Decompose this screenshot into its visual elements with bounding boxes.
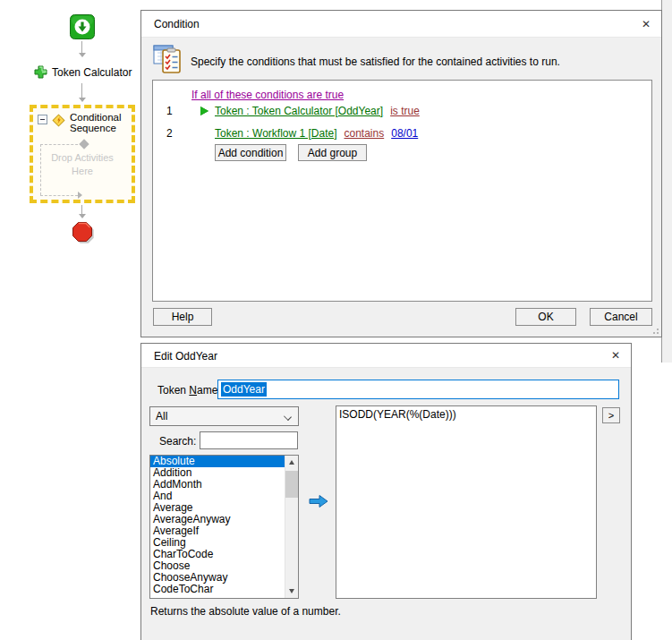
edit-dialog-titlebar[interactable]: Edit OddYear ✕ [141, 344, 631, 368]
sequence-guide [40, 195, 78, 196]
close-icon[interactable]: ✕ [608, 348, 623, 363]
collapse-icon[interactable] [38, 115, 47, 124]
expression-editor[interactable]: ISODD(YEAR(%(Date))) [336, 405, 597, 599]
sequence-guide [40, 144, 82, 145]
condition-operator-link[interactable]: is true [390, 105, 420, 117]
token-name-label: Token Name: [157, 384, 221, 397]
cancel-button[interactable]: Cancel [590, 308, 652, 326]
main-window-edge [661, 0, 672, 363]
expression-text: ISODD(YEAR(%(Date))) [339, 408, 456, 421]
function-description: Returns the absolute value of a number. [150, 605, 341, 618]
scroll-down-icon[interactable] [285, 585, 299, 598]
active-condition-icon [200, 107, 208, 115]
connector-line [81, 205, 82, 214]
conditional-sequence-icon [51, 113, 66, 128]
list-item[interactable]: CodeToChar [150, 584, 285, 595]
connector-arrow-icon [79, 98, 86, 102]
application-canvas: Token Calculator Conditional Sequence Dr… [0, 0, 672, 640]
edit-dialog-title: Edit OddYear [154, 350, 217, 363]
conditional-sequence-header: Conditional Sequence [38, 112, 125, 133]
add-condition-button[interactable]: Add condition [215, 144, 286, 161]
add-token-icon [34, 65, 47, 79]
condition-group-link[interactable]: If all of these conditions are true [191, 89, 344, 101]
condition-index: 2 [166, 127, 200, 140]
search-label: Search: [159, 435, 196, 448]
connector-line [81, 41, 82, 53]
connector-arrow-icon [79, 214, 86, 218]
condition-dialog-titlebar[interactable]: Condition ✕ [141, 11, 661, 38]
condition-description: Specify the conditions that must be sati… [191, 55, 638, 68]
connector-arrow-icon [79, 53, 86, 57]
resize-grip[interactable] [650, 325, 659, 334]
connector-line [81, 83, 82, 98]
chevron-down-icon [284, 413, 292, 421]
add-group-button[interactable]: Add group [298, 144, 367, 161]
edit-token-dialog: Edit OddYear ✕ Token Name: OddYear All S… [140, 343, 632, 640]
condition-dialog-icon [153, 43, 183, 73]
scrollbar-thumb[interactable] [285, 471, 299, 498]
stop-icon[interactable] [70, 220, 96, 246]
conditions-panel: If all of these conditions are true 1 To… [152, 80, 652, 302]
start-icon[interactable] [70, 14, 95, 39]
sequence-guide-arrow-icon [78, 192, 82, 199]
scroll-up-icon[interactable] [285, 456, 299, 469]
sequence-guide [40, 144, 41, 195]
condition-row: 1 Token : Token Calculator [OddYear] is … [166, 104, 420, 118]
expand-button[interactable]: > [602, 407, 620, 423]
close-icon[interactable]: ✕ [639, 17, 653, 31]
search-input[interactable] [200, 431, 298, 449]
workflow-node-token-calculator[interactable]: Token Calculator [34, 65, 132, 79]
help-button[interactable]: Help [153, 308, 212, 326]
ok-button[interactable]: OK [515, 308, 576, 326]
token-calculator-label: Token Calculator [52, 66, 132, 79]
scrollbar[interactable] [285, 456, 298, 598]
condition-token-link[interactable]: Token : Workflow 1 [Date] [215, 127, 337, 140]
token-name-value: OddYear [221, 382, 267, 397]
category-dropdown[interactable]: All [149, 406, 299, 426]
category-selected-value: All [156, 410, 167, 422]
conditional-sequence-label: Conditional Sequence [70, 112, 125, 133]
condition-row: 2 Token : Workflow 1 [Date] contains 08/… [166, 126, 418, 141]
condition-dialog-title: Condition [154, 18, 200, 30]
condition-token-link[interactable]: Token : Token Calculator [OddYear] [215, 105, 383, 117]
condition-operator-link[interactable]: contains [345, 127, 385, 140]
condition-value-link[interactable]: 08/01 [391, 127, 418, 140]
insert-function-arrow-icon[interactable] [308, 494, 329, 508]
drop-activities-zone[interactable]: Drop Activities Here [49, 151, 115, 178]
function-list[interactable]: Absolute Addition AddMonth And Average A… [149, 455, 299, 599]
sequence-anchor-icon [79, 139, 89, 149]
token-name-input[interactable]: OddYear [217, 380, 619, 399]
condition-index: 1 [166, 105, 200, 117]
workflow-node-conditional-sequence[interactable]: Conditional Sequence Drop Activities Her… [30, 105, 135, 203]
condition-dialog: Condition ✕ Specify the conditions that … [140, 10, 662, 337]
